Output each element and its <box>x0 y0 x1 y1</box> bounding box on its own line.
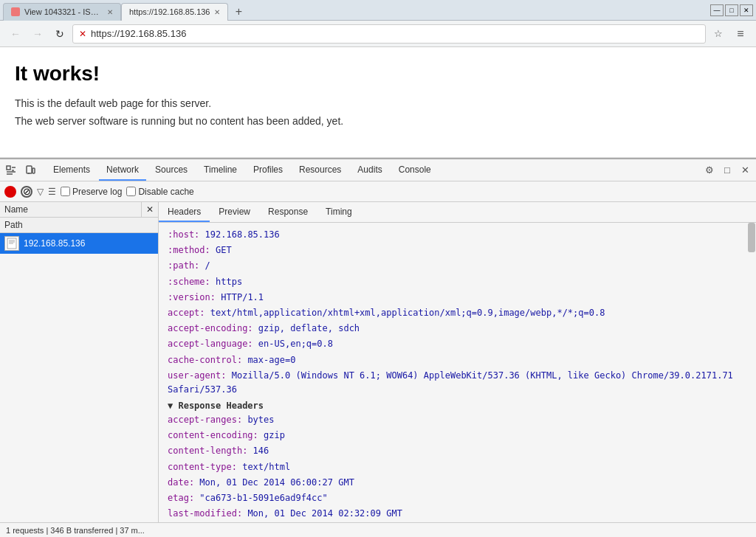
column-name: Name <box>0 202 142 217</box>
header-value: gzip, deflate, sdch <box>258 323 360 333</box>
header-value: text/html <box>242 462 290 472</box>
tab-timeline[interactable]: Timeline <box>196 159 244 181</box>
response-section-header: ▼ Response Headers <box>159 398 756 412</box>
tab-active[interactable]: https://192.168.85.136 ✕ <box>121 3 228 21</box>
tab-sources[interactable]: Sources <box>148 159 195 181</box>
headers-panel: Headers Preview Response Timing :host: 1… <box>159 202 756 522</box>
header-value: HTTP/1.1 <box>221 292 264 302</box>
request-header-row: :method: GET <box>159 243 756 258</box>
file-list-item[interactable]: 192.168.85.136 <box>0 233 158 254</box>
window-controls: — □ ✕ <box>710 4 753 16</box>
header-key: :scheme: <box>168 277 210 287</box>
device-mode-button[interactable] <box>22 162 38 179</box>
tab-favicon-1 <box>11 7 20 16</box>
page-line-1: This is the default web page for this se… <box>15 97 741 109</box>
filter-button[interactable]: ▽ <box>37 187 44 197</box>
header-key: content-encoding: <box>168 430 258 440</box>
response-header-row: date: Mon, 01 Dec 2014 06:00:27 GMT <box>159 475 756 491</box>
forward-button[interactable]: → <box>28 24 47 44</box>
bookmark-button[interactable]: ☆ <box>709 24 728 44</box>
record-button[interactable] <box>4 186 16 198</box>
tab-timing[interactable]: Timing <box>317 202 361 222</box>
response-header-row: content-type: text/html <box>159 460 756 475</box>
new-tab-button[interactable]: + <box>228 3 249 21</box>
disable-cache-checkbox[interactable] <box>126 187 136 196</box>
minimize-button[interactable]: — <box>710 4 724 16</box>
header-value: gzip <box>264 430 285 440</box>
security-icon: ✕ <box>79 29 86 39</box>
header-value: 146 <box>253 446 269 456</box>
headers-tab-bar: Headers Preview Response Timing <box>159 202 756 223</box>
network-toolbar: ⊘ ▽ ☰ Preserve log Disable cache <box>0 181 756 202</box>
header-value: Mon, 01 Dec 2014 06:00:27 GMT <box>199 477 354 488</box>
svg-rect-7 <box>32 168 35 173</box>
response-header-row: etag: "ca673-b1-5091e6ad9f4cc" <box>159 491 756 506</box>
header-value: max-age=0 <box>247 355 295 365</box>
response-header-row: content-length: 146 <box>159 443 756 459</box>
header-value: https <box>216 277 242 287</box>
tab-close-1[interactable]: ✕ <box>107 8 113 16</box>
preserve-log-label[interactable]: Preserve log <box>61 187 122 197</box>
tab-network[interactable]: Network <box>99 159 146 181</box>
close-button[interactable]: ✕ <box>740 4 753 16</box>
list-button[interactable]: ☰ <box>48 187 56 197</box>
inspect-element-button[interactable] <box>3 162 19 179</box>
file-type-icon <box>4 236 19 251</box>
header-key: :host: <box>168 229 199 240</box>
header-key: :version: <box>168 292 216 302</box>
scrollbar-track[interactable] <box>747 223 756 522</box>
tab-headers[interactable]: Headers <box>159 202 210 222</box>
header-key: etag: <box>168 493 194 503</box>
page-heading: It works! <box>15 62 741 86</box>
header-value: "ca673-b1-5091e6ad9f4cc" <box>199 493 327 503</box>
request-headers-section: :host: 192.168.85.136:method: GET:path: … <box>159 227 756 398</box>
maximize-button[interactable]: □ <box>725 4 738 16</box>
header-key: :path: <box>168 260 199 271</box>
header-key: cache-control: <box>168 355 242 365</box>
tab-preview[interactable]: Preview <box>210 202 259 222</box>
header-value: Mozilla/5.0 (Windows NT 6.1; WOW64) Appl… <box>168 370 733 395</box>
response-header-row: server: Apache/2.2.22 (Ubuntu) <box>159 522 756 522</box>
back-button[interactable]: ← <box>6 24 25 44</box>
address-bar[interactable]: ✕ https://192.168.85.136 <box>72 24 706 44</box>
devtools-icons <box>3 162 38 179</box>
header-key: accept: <box>168 308 205 318</box>
panel-close-button[interactable]: ✕ <box>142 202 158 217</box>
header-value: GET <box>216 245 232 255</box>
tab-response[interactable]: Response <box>259 202 317 222</box>
header-key: accept-language: <box>168 339 253 349</box>
url-text: https://192.168.85.136 <box>91 28 186 39</box>
tab-close-2[interactable]: ✕ <box>214 8 220 16</box>
tab-view[interactable]: View 1043321 - ISG2000-id... ✕ <box>3 3 121 21</box>
devtools-settings-button[interactable]: ⚙ <box>701 162 718 179</box>
tab-audits[interactable]: Audits <box>350 159 389 181</box>
header-key: user-agent: <box>168 370 226 381</box>
network-main: Name ✕ Path 192.168.85.136 Headers <box>0 202 756 522</box>
devtools-tab-bar: Elements Network Sources Timeline Profil… <box>0 159 756 181</box>
column-path: Path <box>0 218 158 232</box>
response-headers-section: accept-ranges: bytescontent-encoding: gz… <box>159 412 756 522</box>
request-header-row: :version: HTTP/1.1 <box>159 290 756 305</box>
tab-label-2: https://192.168.85.136 <box>129 7 210 16</box>
devtools-right-icons: ⚙ □ ✕ <box>701 162 753 179</box>
devtools-dock-button[interactable]: □ <box>719 162 735 179</box>
navigation-bar: ← → ↻ ✕ https://192.168.85.136 ☆ ≡ <box>0 21 756 47</box>
preserve-log-checkbox[interactable] <box>61 187 70 196</box>
response-header-row: content-encoding: gzip <box>159 428 756 443</box>
tab-profiles[interactable]: Profiles <box>246 159 290 181</box>
tab-elements[interactable]: Elements <box>46 159 97 181</box>
refresh-button[interactable]: ↻ <box>50 24 69 44</box>
stop-button[interactable]: ⊘ <box>21 186 32 198</box>
tab-group: View 1043321 - ISG2000-id... ✕ https://1… <box>3 0 249 21</box>
tab-resources[interactable]: Resources <box>292 159 348 181</box>
header-key: date: <box>168 477 194 488</box>
header-value: bytes <box>247 415 274 425</box>
headers-content[interactable]: :host: 192.168.85.136:method: GET:path: … <box>159 223 756 522</box>
disable-cache-label[interactable]: Disable cache <box>126 187 193 197</box>
file-list-path-header: Path <box>0 218 158 233</box>
tab-console[interactable]: Console <box>391 159 439 181</box>
scrollbar-thumb[interactable] <box>748 223 755 252</box>
response-header-row: last-modified: Mon, 01 Dec 2014 02:32:09… <box>159 506 756 522</box>
menu-button[interactable]: ≡ <box>731 24 750 44</box>
devtools-close-button[interactable]: ✕ <box>737 162 753 179</box>
